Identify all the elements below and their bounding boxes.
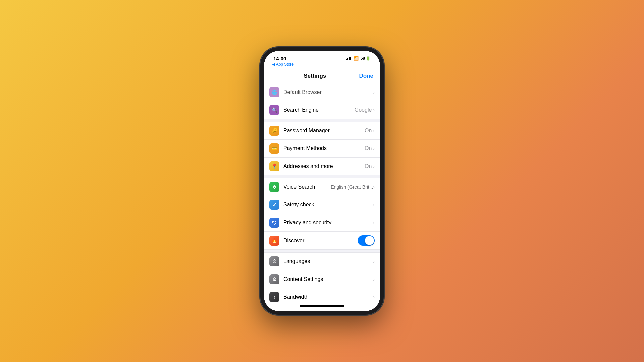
content-settings-icon: ⚙ [269,274,279,284]
discover-label: Discover [283,238,358,244]
payment-methods-value: On [365,145,372,152]
status-icons: 📶 58 🔋 [346,56,371,61]
wifi-icon: 📶 [353,56,359,61]
chevron-icon: › [373,146,375,151]
languages-label: Languages [283,258,373,264]
default-browser-label: Default Browser [283,89,373,95]
chevron-icon: › [373,277,375,282]
list-item[interactable]: 🔑 Password Manager On › [264,122,380,140]
addresses-value: On [365,163,372,169]
battery-indicator: 58 🔋 [361,56,371,61]
chevron-icon: › [373,128,375,133]
chevron-icon: › [373,220,375,225]
section-more: 文 Languages › ⚙ Content Settings › [264,252,380,303]
voice-search-sublabel: English (Great Brit... [331,184,373,190]
password-manager-label: Password Manager [283,128,365,134]
settings-content: 🌐 Default Browser › 🔍 Search Engine Goog… [264,83,380,303]
chevron-icon: › [373,164,375,169]
list-item[interactable]: 🌐 Default Browser › [264,83,380,101]
safety-check-icon: ✓ [269,200,279,210]
list-item[interactable]: ✓ Safety check › [264,196,380,214]
list-item[interactable]: 📍 Addresses and more On › [264,158,380,175]
status-bar: 14:00 📶 58 [264,51,380,69]
toggle-knob [365,236,374,245]
payment-methods-label: Payment Methods [283,145,365,152]
password-manager-icon: 🔑 [269,126,279,136]
home-bar [300,305,344,307]
chevron-icon: › [373,107,375,113]
list-item[interactable]: 🔥 Discover [264,232,380,249]
languages-icon: 文 [269,256,279,266]
bandwidth-label: Bandwidth [283,294,373,300]
signal-icon [346,57,351,60]
done-button[interactable]: Done [359,73,374,79]
voice-search-label: Voice Search [283,184,329,190]
safety-check-label: Safety check [283,202,373,208]
phone-screen: 14:00 📶 58 [264,51,380,311]
chevron-icon: › [373,294,375,300]
password-manager-value: On [365,128,372,134]
chevron-icon: › [373,89,375,95]
list-item[interactable]: ⚙ Content Settings › [264,270,380,288]
privacy-security-icon: 🛡 [269,218,279,228]
list-item[interactable]: ↕ Bandwidth › [264,288,380,303]
list-item[interactable]: 🎙 Voice Search English (Great Brit... › [264,178,380,196]
payment-methods-icon: 💳 [269,143,279,154]
battery-level: 58 [361,56,365,61]
list-item[interactable]: 🛡 Privacy and security › [264,214,380,232]
list-item[interactable]: 💳 Payment Methods On › [264,140,380,158]
default-browser-icon: 🌐 [269,87,279,97]
status-time: 14:00 [273,56,286,61]
discover-icon: 🔥 [269,236,279,246]
phone-frame: 14:00 📶 58 [260,47,384,315]
list-item[interactable]: 文 Languages › [264,253,380,270]
chevron-icon: › [373,259,375,264]
search-engine-icon: 🔍 [269,105,279,115]
battery-icon: 🔋 [366,56,371,61]
chevron-icon: › [373,202,375,207]
nav-title: Settings [271,73,359,79]
home-indicator [264,303,380,311]
search-engine-label: Search Engine [283,107,355,113]
nav-bar: Settings Done [264,69,380,83]
addresses-label: Addresses and more [283,163,365,169]
section-browser: 🌐 Default Browser › 🔍 Search Engine Goog… [264,83,380,119]
list-item[interactable]: 🔍 Search Engine Google › [264,101,380,119]
discover-toggle[interactable] [358,235,375,246]
search-engine-value: Google [355,107,372,113]
content-settings-label: Content Settings [283,276,373,282]
bandwidth-icon: ↕ [269,292,279,302]
voice-search-icon: 🎙 [269,182,279,192]
chevron-icon: › [373,184,375,190]
privacy-security-label: Privacy and security [283,220,373,226]
addresses-icon: 📍 [269,161,279,171]
section-autofill: 🔑 Password Manager On › 💳 Payment Method… [264,122,380,175]
section-security: 🎙 Voice Search English (Great Brit... › … [264,178,380,250]
back-label[interactable]: ◀ App Store [272,62,372,67]
